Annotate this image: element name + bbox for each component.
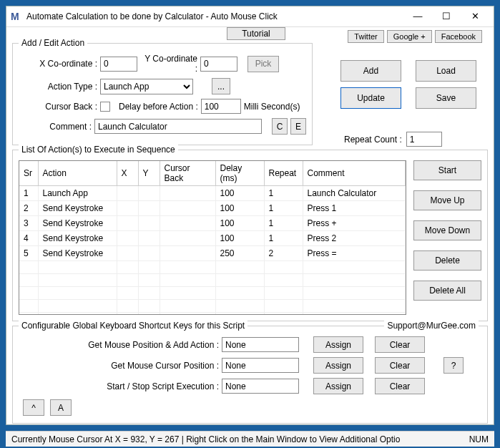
x-coord-input[interactable] [100,57,137,72]
cell-action [38,313,117,316]
cell-delay: 100 [215,186,264,201]
cursor-back-checkbox[interactable] [100,102,110,112]
cell-cursor [160,274,215,287]
cell-x [117,186,138,201]
cell-x [117,201,138,216]
repeat-count-input[interactable] [406,132,442,147]
col-repeat[interactable]: Repeat [264,161,303,186]
x-coord-label: X Co-ordinate : [19,59,97,69]
delete-all-button[interactable]: Delete All [413,281,481,301]
cell-repeat [264,287,303,300]
shortcut3-input[interactable] [222,379,299,394]
cell-y [138,274,160,287]
cursor-back-label: Cursor Back : [19,102,97,112]
cell-sr [19,261,38,274]
assign1-button[interactable]: Assign [313,336,363,353]
cell-y [138,201,160,216]
cell-y [138,261,160,274]
cell-cursor [160,261,215,274]
pick-button[interactable]: Pick [247,56,279,72]
shortcut-legend: Configurable Global Keyboard Shortcut Ke… [19,321,247,331]
table-row[interactable] [19,287,406,300]
caret-button[interactable]: ^ [23,399,44,416]
e-button[interactable]: E [290,118,306,135]
cell-action [38,287,117,300]
cell-x [117,261,138,274]
start-button[interactable]: Start [413,160,481,180]
cell-x [117,246,138,261]
comment-input[interactable] [94,119,262,134]
titlebar[interactable]: M Automate Calculation to be done by Cal… [6,6,494,27]
close-button[interactable]: ✕ [461,6,489,26]
table-row[interactable] [19,313,406,316]
table-row[interactable]: 4Send Keystroke1001Press 2 [19,231,406,246]
table-row[interactable] [19,261,406,274]
shortcut-group: Configurable Global Keyboard Shortcut Ke… [12,326,488,424]
cell-y [138,186,160,201]
table-row[interactable]: 3Send Keystroke1001Press + [19,216,406,231]
assign3-button[interactable]: Assign [313,378,363,394]
cell-x [117,274,138,287]
cell-action: Launch App [38,186,117,201]
action-type-select[interactable]: Launch App [100,79,193,94]
clear1-button[interactable]: Clear [375,336,425,353]
table-row[interactable]: 1Launch App1001Launch Calculator [19,186,406,201]
load-button[interactable]: Load [416,60,476,82]
list-action-column: Start Move Up Move Down Delete Delete Al… [413,160,481,315]
twitter-button[interactable]: Twitter [348,30,383,43]
move-down-button[interactable]: Move Down [413,220,481,240]
cell-delay: 250 [215,246,264,261]
cell-comment: Press = [303,246,406,261]
maximize-button[interactable]: ☐ [432,6,461,26]
client-area: Tutorial Twitter Google + Facebook Add L… [6,27,494,434]
save-button[interactable]: Save [416,87,476,109]
cell-repeat: 1 [264,201,303,216]
col-action[interactable]: Action [38,161,117,186]
table-row[interactable] [19,274,406,287]
cell-comment [303,300,406,313]
assign2-button[interactable]: Assign [313,357,363,374]
cell-cursor [160,313,215,316]
col-comment[interactable]: Comment [303,161,406,186]
more-button[interactable]: ... [212,78,230,94]
col-y[interactable]: Y [138,161,160,186]
col-sr[interactable]: Sr [19,161,38,186]
delay-input[interactable] [201,99,241,114]
y-coord-input[interactable] [200,57,237,72]
cell-sr [19,300,38,313]
tutorial-button[interactable]: Tutorial [227,27,285,40]
actions-table[interactable]: Sr Action X Y Cursor Back Delay (ms) Rep… [19,160,406,315]
col-cursor[interactable]: Cursor Back [160,161,215,186]
move-up-button[interactable]: Move Up [413,190,481,210]
clear3-button[interactable]: Clear [375,378,425,394]
cell-sr: 1 [19,186,38,201]
table-row[interactable] [19,300,406,313]
cell-delay [215,274,264,287]
c-button[interactable]: C [272,118,288,135]
shortcut2-input[interactable] [222,358,299,373]
clear2-button[interactable]: Clear [375,357,425,374]
cell-cursor [160,246,215,261]
cell-repeat: 2 [264,246,303,261]
update-button[interactable]: Update [340,87,401,109]
table-row[interactable]: 2Send Keystroke1001Press 1 [19,201,406,216]
add-button[interactable]: Add [340,60,401,82]
google-button[interactable]: Google + [387,30,432,43]
facebook-button[interactable]: Facebook [435,30,482,43]
help-button[interactable]: ? [443,357,464,374]
cell-repeat: 1 [264,231,303,246]
table-row[interactable]: 5Send Keystroke2502Press = [19,246,406,261]
minimize-button[interactable]: — [403,6,432,26]
cell-y [138,216,160,231]
col-delay[interactable]: Delay (ms) [215,161,264,186]
cell-comment [303,274,406,287]
cell-sr: 2 [19,201,38,216]
cell-comment: Press 1 [303,201,406,216]
cell-cursor [160,201,215,216]
shortcut1-input[interactable] [222,337,299,352]
a-button[interactable]: A [50,399,72,416]
cell-delay [215,313,264,316]
support-link[interactable]: Support@MurGee.com [384,321,479,331]
col-x[interactable]: X [117,161,138,186]
delete-button[interactable]: Delete [413,250,481,271]
